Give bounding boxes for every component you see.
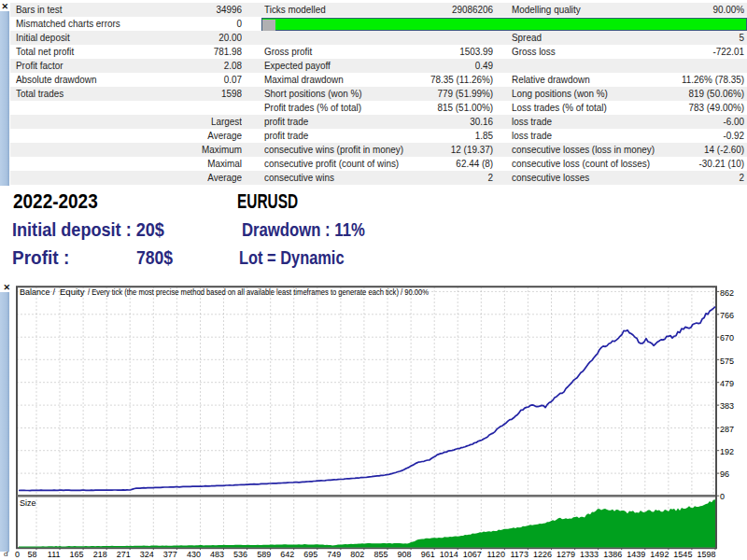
svg-text:0: 0 (720, 492, 725, 501)
svg-text:1492: 1492 (650, 550, 669, 559)
svg-text:695: 695 (303, 550, 317, 559)
svg-text:479: 479 (720, 379, 734, 388)
svg-text:1598: 1598 (697, 550, 715, 559)
svg-text:165: 165 (70, 550, 84, 559)
svg-text:536: 536 (233, 550, 247, 559)
svg-text:908: 908 (398, 550, 412, 559)
svg-text:Equity: Equity (60, 287, 85, 297)
svg-text:1386: 1386 (603, 550, 622, 559)
svg-text:430: 430 (187, 550, 201, 559)
svg-text:/: / (53, 287, 56, 297)
svg-text:377: 377 (163, 550, 177, 559)
svg-text:802: 802 (350, 550, 364, 559)
svg-text:1279: 1279 (557, 550, 575, 559)
svg-text:749: 749 (327, 550, 341, 559)
svg-text:/ Every tick (the most precise: / Every tick (the most precise method ba… (88, 287, 429, 297)
svg-text:Balance: Balance (20, 287, 50, 297)
svg-text:1439: 1439 (627, 550, 645, 559)
svg-text:575: 575 (720, 357, 734, 366)
svg-text:642: 642 (280, 550, 294, 559)
svg-text:1545: 1545 (673, 550, 692, 559)
svg-text:96: 96 (720, 469, 729, 479)
svg-text:287: 287 (720, 425, 734, 434)
svg-text:Size: Size (20, 498, 36, 508)
svg-text:218: 218 (93, 550, 107, 559)
svg-text:0: 0 (15, 550, 20, 559)
svg-text:1067: 1067 (463, 550, 482, 559)
svg-text:855: 855 (374, 550, 388, 559)
svg-text:324: 324 (140, 550, 154, 559)
svg-text:111: 111 (48, 550, 61, 559)
svg-text:58: 58 (27, 550, 36, 559)
svg-text:1120: 1120 (487, 550, 505, 559)
svg-text:383: 383 (720, 401, 734, 411)
svg-text:192: 192 (720, 447, 734, 456)
svg-text:1014: 1014 (440, 550, 458, 559)
svg-text:589: 589 (257, 550, 271, 559)
svg-text:1173: 1173 (511, 550, 529, 559)
svg-text:961: 961 (421, 550, 435, 559)
svg-text:670: 670 (720, 333, 734, 343)
svg-text:483: 483 (210, 550, 224, 559)
svg-text:766: 766 (720, 311, 734, 320)
svg-text:1333: 1333 (580, 550, 599, 559)
svg-text:862: 862 (720, 288, 734, 298)
svg-text:271: 271 (117, 550, 131, 559)
svg-text:1226: 1226 (533, 550, 552, 559)
